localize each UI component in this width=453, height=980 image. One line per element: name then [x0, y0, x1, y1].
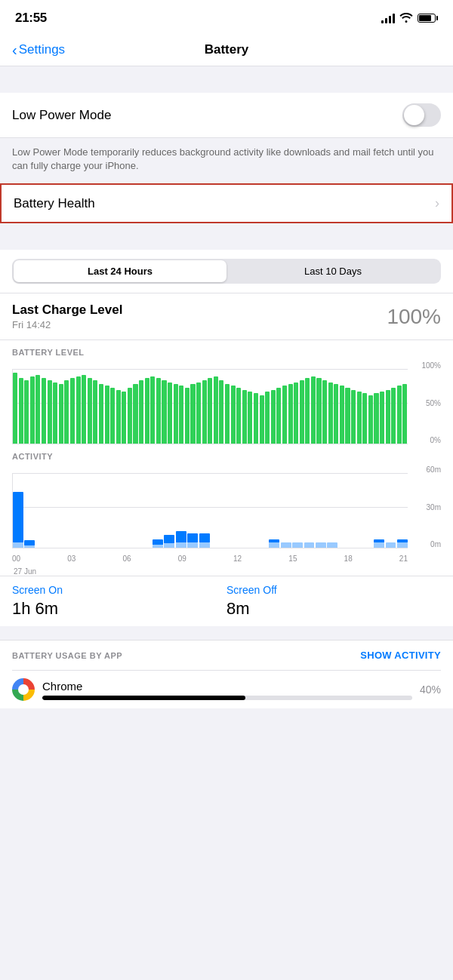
battery-bar	[105, 386, 109, 444]
battery-bar	[236, 388, 241, 444]
battery-bar	[53, 382, 57, 444]
activity-bar-screen-off	[13, 542, 23, 548]
chevron-right-icon: ›	[435, 195, 439, 211]
activity-bar-group	[187, 473, 198, 548]
activity-bar-group	[362, 473, 373, 548]
battery-chart-section: BATTERY LEVEL 100% 50% 0% ACTIVITY 60m 3…	[0, 339, 453, 576]
battery-y-labels: 100% 50% 0%	[411, 361, 441, 444]
low-power-mode-toggle[interactable]	[402, 103, 441, 127]
time-segment-container: Last 24 Hours Last 10 Days	[0, 250, 453, 293]
activity-bar-screen-on	[13, 492, 23, 542]
screen-on-item: Screen On 1h 6m	[12, 584, 226, 619]
charge-level-section: Last Charge Level Fri 14:42 100%	[0, 293, 453, 339]
chrome-bar-track	[42, 696, 412, 700]
signal-icon	[381, 13, 395, 23]
battery-bar	[30, 376, 35, 444]
battery-bar	[13, 373, 17, 444]
activity-bar-group	[327, 473, 337, 548]
battery-bar	[185, 388, 190, 444]
x-axis-label: 15	[288, 555, 297, 563]
battery-bar	[351, 390, 356, 444]
battery-bar	[139, 380, 143, 444]
battery-bar	[122, 392, 126, 444]
battery-bar	[357, 392, 362, 444]
activity-bar-group	[164, 473, 174, 548]
status-icons	[381, 12, 438, 25]
activity-bar-group	[106, 473, 116, 548]
back-button[interactable]: ‹ Settings	[12, 42, 65, 57]
activity-bar-group	[176, 473, 186, 548]
chrome-app-row[interactable]: Chrome 40%	[12, 670, 441, 708]
activity-bar-group	[292, 473, 303, 548]
nav-bar: ‹ Settings Battery	[0, 33, 453, 66]
status-time: 21:55	[15, 11, 47, 26]
battery-bar	[368, 395, 373, 444]
segment-10d-button[interactable]: Last 10 Days	[226, 260, 439, 282]
activity-bar-screen-off	[24, 545, 35, 548]
activity-bar-screen-off	[199, 542, 210, 548]
battery-bar	[340, 386, 344, 444]
activity-bar-screen-off	[153, 545, 163, 548]
battery-bar	[300, 380, 304, 444]
app-usage-header: BATTERY USAGE BY APP SHOW ACTIVITY	[12, 650, 441, 661]
chrome-app-name: Chrome	[42, 680, 412, 693]
activity-bar-group	[374, 473, 384, 548]
battery-bar	[322, 380, 327, 444]
show-activity-button[interactable]: SHOW ACTIVITY	[360, 650, 441, 661]
time-segment-control: Last 24 Hours Last 10 Days	[12, 259, 441, 284]
battery-bar	[311, 376, 316, 444]
screen-time-section: Screen On 1h 6m Screen Off 8m	[0, 576, 453, 626]
x-date-label: 27 Jun	[12, 567, 441, 576]
segment-24h-button[interactable]: Last 24 Hours	[14, 260, 226, 282]
activity-bar-screen-on	[199, 533, 210, 542]
battery-bar	[202, 380, 207, 444]
low-power-mode-label: Low Power Mode	[12, 108, 111, 123]
battery-bar	[288, 384, 293, 444]
screen-off-item: Screen Off 8m	[226, 584, 441, 619]
x-axis-labels: 0003060912151821	[12, 551, 441, 566]
activity-y-labels: 60m 30m 0m	[411, 465, 441, 548]
activity-bar-screen-on	[187, 533, 198, 542]
battery-bar	[397, 386, 402, 444]
battery-bar	[214, 376, 218, 444]
activity-bar-group	[60, 473, 70, 548]
activity-bar-screen-off	[164, 543, 174, 548]
x-axis-label: 00	[12, 555, 20, 563]
activity-bar-group	[316, 473, 326, 548]
activity-bar-group	[257, 473, 268, 548]
battery-bar	[64, 380, 69, 444]
battery-bar	[294, 382, 298, 444]
section-gap-1	[0, 66, 453, 93]
wifi-icon	[399, 12, 413, 25]
x-axis-label: 06	[123, 555, 131, 563]
activity-bars	[12, 473, 408, 548]
battery-bar	[93, 380, 97, 444]
battery-bar	[402, 384, 407, 444]
chrome-icon	[12, 678, 35, 701]
activity-bar-screen-off	[187, 542, 198, 548]
battery-bar	[265, 392, 270, 444]
activity-bar-group	[13, 473, 23, 548]
battery-bar	[19, 378, 23, 444]
activity-bar-screen-off	[374, 542, 384, 548]
battery-health-row[interactable]: Battery Health ›	[0, 183, 453, 223]
screen-on-value: 1h 6m	[12, 599, 226, 619]
activity-bar-group	[153, 473, 163, 548]
battery-bar	[82, 375, 86, 444]
low-power-mode-section: Low Power Mode	[0, 93, 453, 138]
charge-level-percentage: 100%	[387, 305, 441, 329]
x-axis-label: 09	[178, 555, 186, 563]
battery-bar	[42, 378, 46, 444]
activity-bar-screen-on	[176, 531, 186, 542]
battery-bar	[196, 382, 201, 444]
battery-bar	[282, 386, 287, 444]
x-axis-label: 21	[399, 555, 408, 563]
activity-bar-group	[83, 473, 94, 548]
activity-bar-group	[350, 473, 361, 548]
activity-bar-group	[281, 473, 291, 548]
battery-bar	[35, 375, 40, 444]
battery-bar	[162, 380, 166, 444]
app-usage-title: BATTERY USAGE BY APP	[12, 651, 122, 660]
activity-bar-group	[397, 473, 408, 548]
section-gap-2	[0, 223, 453, 250]
